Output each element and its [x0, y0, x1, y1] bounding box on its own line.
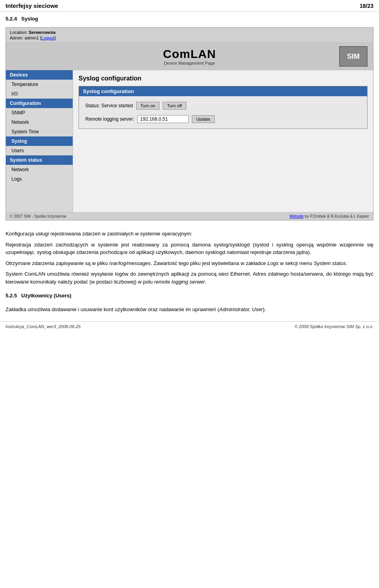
body-para-3: Otrzymane zdarzenia zapisywanie są w pli…	[6, 259, 373, 267]
body-para-4: System ComLAN umożliwia również wysyłani…	[6, 270, 373, 286]
remote-row: Remote logging server: Update	[85, 115, 361, 123]
body-para-1: Konfiguracja usługi rejestrowania zdarze…	[6, 230, 373, 238]
body-para-2: Rejestracja zdarzeń zachodzących w syste…	[6, 241, 373, 256]
logs-tab: Logs	[267, 260, 278, 266]
system-status-menu: System status	[313, 260, 346, 266]
footer-website: Website by P.Drobek & R.Kociuba & L.Kapi…	[289, 214, 369, 218]
config-box-body: Status: Service started Turn on Turn off…	[79, 96, 367, 129]
subsection-heading: 5.2.5 Użytkownicy (Users)	[0, 289, 379, 300]
location-label: Location:	[10, 30, 28, 35]
admin-label: Admin:	[10, 35, 23, 40]
brand-tagline: Device Management Page	[163, 61, 216, 65]
remote-logging-term: remote logging serwer	[154, 279, 205, 285]
section-heading: 5.2.4 Syslog	[0, 12, 379, 23]
app-frame: Location: Serwerownia Admin: admin1 [Log…	[6, 27, 373, 220]
sidebar-item-network2[interactable]: Network	[6, 165, 73, 174]
app-main: Devices Temperature I/O Configuration SN…	[6, 70, 373, 212]
status-label: Status: Service started	[85, 103, 133, 108]
subsection-number: 5.2.5	[6, 293, 17, 299]
location-value: Serwerownia	[29, 30, 56, 35]
website-link[interactable]: Website	[289, 214, 304, 218]
config-box-header: Syslog configuration	[79, 86, 367, 96]
app-topbar: Location: Serwerownia Admin: admin1 [Log…	[6, 28, 373, 43]
comlan-logo: ComLAN Device Management Page	[163, 47, 216, 65]
config-box: Syslog configuration Status: Service sta…	[79, 86, 368, 129]
subsection-title: Użytkownicy (Users)	[21, 293, 71, 299]
location-line: Location: Serwerownia	[10, 30, 369, 35]
sidebar-item-system-status[interactable]: System status	[6, 155, 73, 165]
body-text-2: Zakładka umożliwia dodawanie i usuwanie …	[0, 300, 379, 314]
remote-label: Remote logging server:	[85, 116, 134, 122]
section-title: Syslog	[21, 16, 38, 22]
body-text-1: Konfiguracja usługi rejestrowania zdarze…	[0, 224, 379, 286]
sidebar-item-syslog[interactable]: Syslog	[6, 136, 73, 146]
sidebar-item-system-time[interactable]: System Time	[6, 127, 73, 136]
sidebar-item-network[interactable]: Network	[6, 118, 73, 127]
brand-name: ComLAN	[163, 47, 216, 61]
update-button[interactable]: Update	[192, 115, 214, 123]
footer-by: by P.Drobek & R.Kociuba & L.Kapiec	[305, 214, 369, 218]
admin-role: Administrator, User	[219, 306, 263, 312]
sidebar-item-io[interactable]: I/O	[6, 89, 73, 99]
footer-right: © 2008 Spółka Inżynierów SIM Sp. z o.o.	[295, 324, 373, 329]
page-header: Interfejsy sieciowe 18/23	[0, 0, 379, 12]
content-title: Syslog configuration	[79, 75, 368, 82]
status-row: Status: Service started Turn on Turn off	[85, 102, 361, 110]
sidebar-item-temperature[interactable]: Temperature	[6, 80, 73, 89]
sidebar-item-snmp[interactable]: SNMP	[6, 108, 73, 118]
admin-value: admin1	[24, 35, 39, 40]
sidebar-item-configuration[interactable]: Configuration	[6, 99, 73, 108]
page-title: Interfejsy sieciowe	[6, 2, 58, 9]
logout-link[interactable]: Logout	[41, 35, 55, 40]
sidebar-item-devices[interactable]: Devices	[6, 70, 73, 80]
log-path: /var/log/messages	[109, 260, 151, 266]
turn-on-button[interactable]: Turn on	[136, 102, 160, 110]
sim-logo: SIM	[339, 46, 368, 67]
sidebar: Devices Temperature I/O Configuration SN…	[6, 70, 73, 212]
footer-copyright: © 2007 SIM - Spolka Inzynierow	[10, 214, 66, 218]
page-number: 18/23	[360, 3, 373, 9]
sidebar-item-logs[interactable]: Logs	[6, 174, 73, 184]
turn-off-button[interactable]: Turn off	[163, 102, 186, 110]
remote-input[interactable]	[137, 115, 189, 123]
content-area: Syslog configuration Syslog configuratio…	[73, 70, 373, 212]
page-footer: Instrukcja_ComLAN_wer3_2008-06-25 © 2008…	[0, 321, 379, 331]
sidebar-item-users[interactable]: Users	[6, 146, 73, 155]
section-number: 5.2.4	[6, 16, 17, 22]
app-logobar: ComLAN Device Management Page SIM	[6, 43, 373, 70]
footer-left: Instrukcja_ComLAN_wer3_2008-06-25	[6, 324, 81, 329]
admin-line: Admin: admin1 [Logout]	[10, 35, 369, 40]
subsection-para-1: Zakładka umożliwia dodawanie i usuwanie …	[6, 306, 373, 314]
app-footer: © 2007 SIM - Spolka Inzynierow Website b…	[6, 212, 373, 220]
